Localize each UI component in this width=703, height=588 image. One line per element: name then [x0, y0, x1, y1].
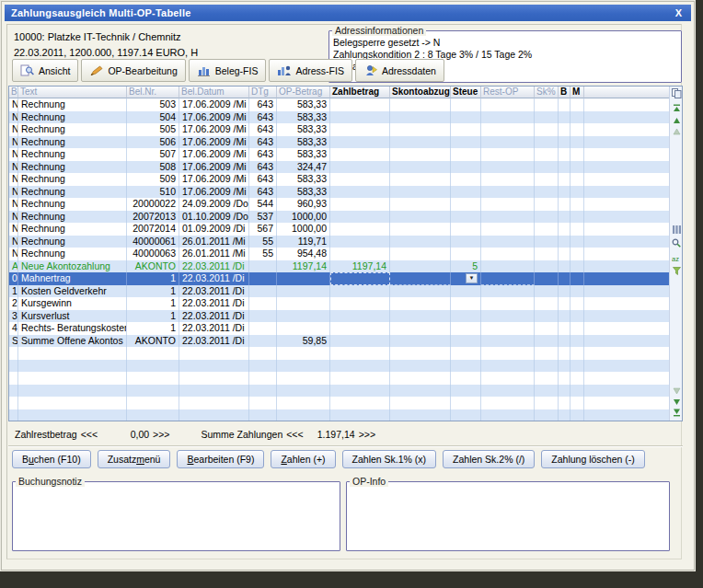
cell-zahlbetrag	[330, 372, 390, 385]
copy-icon[interactable]	[671, 88, 682, 98]
table-row-empty[interactable]	[9, 397, 669, 409]
zahlen-sk-1-x-button[interactable]: Zahlen Sk.1% (x)	[342, 450, 437, 468]
cell-skontoabzug	[390, 186, 451, 199]
column-header-belnr[interactable]: Bel.Nr.	[127, 86, 179, 98]
tab-op-bearbeitung[interactable]: OP-Bearbeitung	[81, 59, 185, 82]
cell-steue	[451, 198, 481, 211]
table-row[interactable]: NRechnung2000002224.09.2009 /Do544960,93	[9, 198, 669, 211]
tab-adressdaten[interactable]: Adressdaten	[355, 59, 444, 82]
table-row[interactable]: NRechnung2007201301.10.2009 /Do5371000,0…	[9, 211, 669, 224]
column-header-b[interactable]: B	[9, 86, 18, 98]
buchen-f10-button[interactable]: Buchen (F10)	[12, 450, 91, 468]
zusatzmenü-button[interactable]: Zusatzmenü	[98, 450, 171, 468]
column-header-text[interactable]: Text	[18, 86, 127, 98]
cell-belnr: AKONTO	[127, 260, 179, 273]
cell-dtg: 544	[249, 198, 277, 211]
tab-adress-fis[interactable]: Adress-FIS	[269, 59, 352, 82]
cell-skontoabzug	[390, 272, 451, 285]
table-row[interactable]: 3Kursverlust122.03.2011 /Di	[9, 310, 669, 323]
tab-label: Adress-FIS	[295, 65, 344, 76]
table-row[interactable]: NRechnung50317.06.2009 /Mi643583,33	[9, 98, 669, 111]
cell-beldatum	[179, 385, 249, 398]
column-header-beldatum[interactable]: Bel.Datum	[179, 86, 249, 98]
page-up-icon[interactable]	[671, 115, 682, 125]
magnifier-page-icon	[20, 64, 35, 76]
cell-rest_op	[481, 260, 535, 273]
table-row-empty[interactable]	[9, 347, 669, 360]
columns-icon[interactable]	[671, 225, 682, 235]
table-row[interactable]: NRechnung51017.06.2009 /Mi643583,33	[9, 186, 669, 199]
cell-b2	[559, 211, 570, 224]
table-row[interactable]: NRechnung50917.06.2009 /Mi643583,33	[9, 173, 669, 186]
table-row[interactable]: NRechnung50517.06.2009 /Mi643583,33	[9, 123, 669, 136]
table-row[interactable]: NRechnung50817.06.2009 /Mi643324,47	[9, 161, 669, 174]
filter-icon[interactable]	[671, 266, 682, 276]
steue-dropdown-button[interactable]: ▼	[466, 273, 478, 283]
table-row[interactable]: NRechnung50417.06.2009 /Mi643583,33	[9, 111, 669, 124]
cell-m	[570, 148, 584, 161]
cell-rest_op	[481, 248, 535, 260]
close-button[interactable]: X	[674, 7, 684, 18]
bearbeiten-f9-button[interactable]: Bearbeiten (F9)	[177, 450, 264, 468]
column-header-zahlbetrag[interactable]: Zahlbetrag	[330, 86, 390, 98]
table-row-empty[interactable]	[9, 372, 669, 385]
zahlen-sk-2-button[interactable]: Zahlen Sk.2% (/)	[443, 450, 535, 468]
cell-b2	[559, 397, 570, 409]
table-row-empty[interactable]	[9, 360, 669, 373]
cell-sk	[535, 272, 559, 285]
table-row[interactable]: NRechnung4000006326.01.2011 /Mi55954,48	[9, 248, 669, 260]
cell-steue	[451, 223, 481, 236]
table-row[interactable]: NRechnung50617.06.2009 /Mi643583,33	[9, 136, 669, 149]
table-row-empty[interactable]	[9, 385, 669, 398]
cell-sk	[535, 186, 559, 199]
cell-skontoabzug	[390, 123, 451, 136]
cell-sk	[535, 148, 559, 161]
column-header-dtg[interactable]: DTg	[249, 86, 277, 98]
cell-b2	[559, 335, 570, 348]
table-row[interactable]: 2Kursgewinn122.03.2011 /Di	[9, 297, 669, 310]
tab-ansicht[interactable]: Ansicht	[12, 59, 78, 82]
cell-zahlbetrag	[330, 335, 390, 348]
table-row[interactable]: SSumme Offene AkontosAKONTO22.03.2011 /D…	[9, 335, 669, 348]
cell-rest_op	[481, 98, 535, 111]
table-row[interactable]: NRechnung4000006126.01.2011 /Mi55119,71	[9, 236, 669, 248]
search-icon[interactable]	[671, 237, 682, 248]
table-row-empty[interactable]	[9, 409, 669, 421]
tab-beleg-fis[interactable]: Beleg-FIS	[189, 59, 267, 82]
column-header-m[interactable]: M	[570, 86, 584, 98]
column-header-sk[interactable]: Sk%	[535, 86, 559, 98]
cell-filler	[584, 297, 669, 310]
scroll-top-icon[interactable]	[671, 103, 682, 113]
cell-op_betrag	[277, 385, 330, 398]
column-header-skontoabzug[interactable]: Skontoabzug	[390, 86, 451, 98]
column-header-rest_op[interactable]: Rest-OP	[481, 86, 535, 98]
cell-b: N	[9, 111, 18, 124]
column-header-op_betrag[interactable]: OP-Betrag	[277, 86, 330, 98]
table-row[interactable]: NRechnung2007201401.09.2009 /Di5671000,0…	[9, 223, 669, 236]
column-header-steue[interactable]: Steue	[451, 86, 481, 98]
zahlung-löschen-button[interactable]: Zahlung löschen (-)	[541, 450, 644, 468]
zahlen-button[interactable]: Zahlen (+)	[271, 450, 335, 468]
sort-az-icon[interactable]: az	[671, 253, 682, 263]
page-down-icon[interactable]	[671, 397, 682, 407]
cell-m	[570, 372, 584, 385]
cell-dtg	[249, 360, 277, 373]
cell-op_betrag: 583,33	[277, 173, 330, 186]
table-row[interactable]: 0Mahnertrag122.03.2011 /Di▼	[9, 272, 669, 285]
row-down-icon[interactable]	[671, 386, 682, 396]
table-row[interactable]: NRechnung50717.06.2009 /Mi643583,33	[9, 148, 669, 161]
scroll-bottom-icon[interactable]	[671, 408, 682, 418]
cell-b2	[559, 260, 570, 273]
person-arrow-icon	[363, 64, 378, 76]
cell-b2	[559, 322, 570, 335]
table-row[interactable]: 1Kosten Geldverkehr122.03.2011 /Di	[9, 285, 669, 298]
cell-dtg: 55	[249, 236, 277, 248]
column-header-b2[interactable]: B	[559, 86, 570, 98]
table-row[interactable]: 4Rechts- Beratungskosten122.03.2011 /Di	[9, 322, 669, 335]
table-row[interactable]: ANeue AkontozahlungAKONTO22.03.2011 /Di1…	[9, 260, 669, 273]
cell-op_betrag: 1000,00	[277, 211, 330, 224]
cell-belnr	[127, 409, 179, 421]
cell-dtg	[249, 385, 277, 398]
row-up-icon[interactable]	[671, 126, 682, 136]
buchungsnotiz-input[interactable]	[13, 487, 340, 550]
